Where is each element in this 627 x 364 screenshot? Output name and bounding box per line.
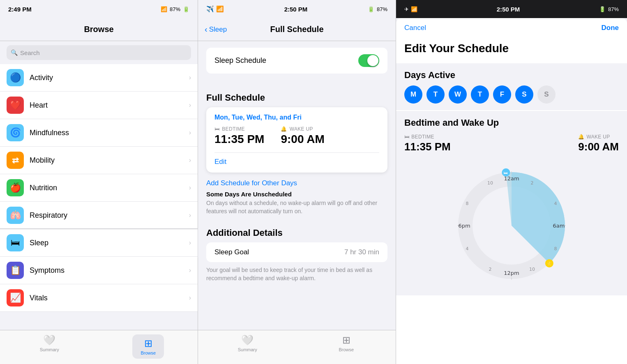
svg-text:6am: 6am (553, 223, 565, 229)
tab-summary-2[interactable]: 🤍 Summary (198, 334, 297, 352)
svg-text:4: 4 (466, 246, 469, 251)
schedule-days: Mon, Tue, Wed, Thu, and Fri (214, 114, 379, 121)
days-row: M T W T F S S (404, 85, 619, 104)
list-chevron-partial: › (189, 74, 191, 81)
search-placeholder: Search (20, 49, 40, 56)
full-schedule-header: Full Schedule (198, 84, 396, 107)
list-icon-heart: ❤️ (7, 97, 24, 114)
tab-browse-1[interactable]: ⊞ Browse (99, 334, 198, 359)
svg-text:12pm: 12pm (504, 270, 519, 276)
p3-dark-status: ✈ 📶 2:50 PM 🔋 87% (396, 0, 627, 18)
day-circle-t2[interactable]: T (471, 85, 489, 104)
details-card: Sleep Goal 7 hr 30 min (206, 242, 387, 262)
list-item-heart[interactable]: ❤️ Heart › (0, 92, 198, 119)
search-bar[interactable]: 🔍 Search (7, 45, 191, 60)
toggle-thumb (367, 55, 378, 66)
tab-bar-2: 🤍 Summary ⊞ Browse (198, 330, 396, 364)
status-icons-1: 📶 87% 🔋 (161, 6, 189, 12)
battery-icon-2: 🔋 (368, 6, 374, 12)
list-label-mindfulness: Mindfulness (30, 129, 189, 137)
list-icon-mindfulness: 🌀 (7, 124, 24, 141)
p3-times-row: 🛏 BEDTIME 11:35 PM 🔔 WAKE UP 9:00 AM (404, 134, 619, 153)
list-item-partial[interactable]: 🔵 Activity › (0, 64, 198, 92)
p3-airplane-icon: ✈ (404, 6, 409, 12)
list-label-vitals: Vitals (30, 294, 189, 302)
list-icon-nutrition: 🍎 (7, 179, 24, 196)
svg-text:10: 10 (487, 180, 493, 186)
p3-bedtime-value: 11:35 PM (404, 141, 451, 153)
sleep-toggle[interactable] (358, 54, 379, 67)
status-time-2: 2:50 PM (284, 6, 308, 13)
schedule-times: 🛏 BEDTIME 11:35 PM 🔔 WAKE UP 9:00 AM (214, 126, 379, 146)
tab-summary-label-1: Summary (40, 347, 59, 352)
list-item-mobility[interactable]: ⇄ Mobility › (0, 147, 198, 174)
edit-link[interactable]: Edit (214, 158, 226, 166)
wakeup-value: 9:00 AM (281, 133, 324, 146)
tab-bar-1: 🤍 Summary ⊞ Browse (0, 330, 198, 364)
list-icon-sleep: 🛏 (7, 234, 24, 251)
battery-icon-1: 🔋 (183, 6, 189, 12)
nav-bar-schedule: ‹ Sleep Full Schedule (198, 18, 396, 41)
battery-text-1: 87% (170, 6, 180, 12)
list-label-heart: Heart (30, 101, 189, 110)
wakeup-header: 🔔 WAKE UP (281, 126, 324, 132)
day-circle-f[interactable]: F (493, 85, 511, 104)
svg-text:6pm: 6pm (458, 223, 470, 229)
day-circle-w[interactable]: W (449, 85, 467, 104)
p3-nav: Cancel Done (396, 18, 627, 38)
list-label-sleep: Sleep (30, 239, 189, 247)
nav-title-browse: Browse (84, 25, 113, 34)
tab-browse-bg: ⊞ Browse (132, 334, 164, 359)
sleep-schedule-toggle-section: Sleep Schedule (198, 41, 396, 84)
list-item-mindfulness[interactable]: 🌀 Mindfulness › (0, 119, 198, 147)
list-label-nutrition: Nutrition (30, 184, 189, 192)
tab-browse-2[interactable]: ⊞ Browse (297, 334, 396, 352)
tab-browse-label-1: Browse (141, 350, 156, 355)
schedule-card: Mon, Tue, Wed, Thu, and Fri 🛏 BEDTIME 11… (206, 107, 387, 173)
nav-back-label: Sleep (209, 25, 227, 34)
tab-browse-icon-2: ⊞ (342, 334, 350, 346)
p3-edit-title: Edit Your Schedule (396, 38, 627, 63)
clock-container: 12am 6am 12pm 6pm 2 4 8 10 2 4 8 10 🛏 (396, 160, 627, 295)
p3-cancel-button[interactable]: Cancel (404, 24, 426, 32)
p3-done-button[interactable]: Done (602, 24, 619, 32)
p3-wifi-icon: 📶 (411, 6, 417, 12)
day-circle-t1[interactable]: T (426, 85, 445, 104)
list-item-sleep[interactable]: 🛏 Sleep › (0, 229, 198, 257)
svg-text:4: 4 (554, 201, 557, 206)
day-circle-s2[interactable]: S (537, 85, 556, 104)
back-arrow-icon: ‹ (205, 25, 207, 34)
list-chevron-heart: › (189, 101, 191, 109)
sleep-schedule-label: Sleep Schedule (214, 56, 266, 65)
sleep-goal-note: Your goal will be used to keep track of … (198, 262, 396, 290)
p2-content: Sleep Schedule Full Schedule Mon, Tue, W… (198, 41, 396, 330)
p3-white-card: Cancel Done Edit Your Schedule Days Acti… (396, 18, 627, 364)
p3-days-section: Days Active M T W T F S S (396, 63, 627, 110)
sleep-goal-row: Sleep Goal 7 hr 30 min (214, 248, 379, 256)
unscheduled-section: Some Days Are Unscheduled On days withou… (198, 191, 396, 223)
day-circle-m[interactable]: M (404, 85, 422, 104)
list-item-nutrition[interactable]: 🍎 Nutrition › (0, 174, 198, 202)
nav-back-sleep[interactable]: ‹ Sleep (205, 25, 227, 34)
additional-details-title: Additional Details (206, 228, 283, 238)
alarm-icon: 🔔 (281, 126, 287, 132)
card-divider (214, 152, 379, 153)
p3-wakeup-value: 9:00 AM (578, 141, 619, 153)
nav-title-schedule: Full Schedule (270, 25, 323, 34)
bedtime-value: 11:35 PM (214, 133, 264, 146)
list-item-vitals[interactable]: 📈 Vitals › (0, 284, 198, 312)
day-circle-s1[interactable]: S (515, 85, 533, 104)
tab-summary-label-2: Summary (238, 347, 257, 352)
svg-text:2: 2 (531, 180, 534, 186)
add-schedule-text: Add Schedule for Other Days (206, 179, 297, 187)
add-schedule-link[interactable]: Add Schedule for Other Days (198, 179, 396, 191)
list-icon-respiratory: 🫁 (7, 207, 24, 224)
list-label-respiratory: Respiratory (30, 211, 189, 220)
list-item-symptoms[interactable]: 📋 Symptoms › (0, 257, 198, 284)
tab-summary-1[interactable]: 🤍 Summary (0, 334, 99, 352)
list-item-respiratory[interactable]: 🫁 Respiratory › (0, 202, 198, 229)
status-bar-2: ✈️ 📶 2:50 PM 🔋 87% (198, 0, 396, 18)
p3-battery-icon: 🔋 (599, 6, 606, 12)
status-bar-1: 2:49 PM 📶 87% 🔋 (0, 0, 198, 18)
list-icon-mobility: ⇄ (7, 152, 24, 169)
